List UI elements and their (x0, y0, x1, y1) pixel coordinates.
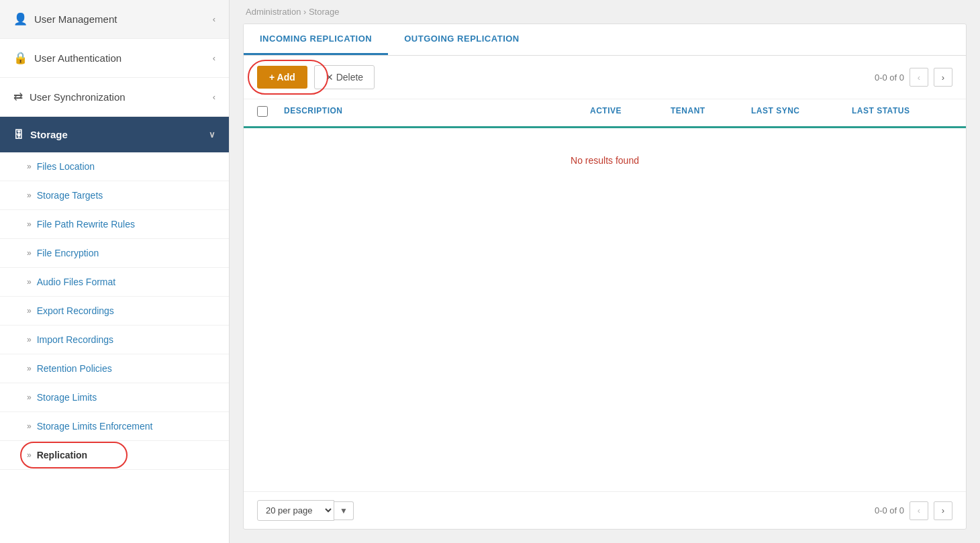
storage-icon: 🗄 (13, 129, 23, 140)
sidebar-item-user-authentication-label: User Authentication (34, 52, 121, 64)
arrow-icon: » (27, 248, 32, 258)
toolbar-pagination-info: 0-0 of 0 (875, 72, 904, 83)
user-authentication-chevron: ‹ (213, 53, 215, 63)
sidebar-sub-item-file-encryption-label: File Encryption (37, 248, 99, 258)
sidebar-sub-item-export-recordings[interactable]: » Export Recordings (0, 297, 229, 326)
next-page-button[interactable]: › (934, 68, 952, 87)
storage-chevron: ∨ (209, 130, 215, 140)
header-description: DESCRIPTION (284, 106, 590, 119)
sidebar-sub-item-retention-policies[interactable]: » Retention Policies (0, 354, 229, 383)
footer-prev-page-button[interactable]: ‹ (910, 501, 928, 520)
sidebar-sub-item-file-path-rewrite-rules[interactable]: » File Path Rewrite Rules (0, 210, 229, 239)
breadcrumb: Administration › Storage (230, 0, 980, 23)
sidebar-sub-item-replication[interactable]: » Replication (0, 441, 229, 470)
footer-right: 0-0 of 0 ‹ › (875, 501, 952, 520)
arrow-icon: » (27, 277, 32, 287)
delete-button-label: ✕ Delete (326, 72, 363, 83)
sidebar-sub-item-storage-limits-label: Storage Limits (37, 392, 97, 403)
no-results-colored-text: No results (571, 155, 613, 166)
header-tenant: TENANT (671, 106, 751, 119)
tabs-container: INCOMING REPLICATION OUTGOING REPLICATIO… (244, 24, 966, 56)
sidebar-sub-item-file-path-rewrite-rules-label: File Path Rewrite Rules (37, 219, 135, 230)
sidebar-sub-item-storage-targets[interactable]: » Storage Targets (0, 181, 229, 210)
table-area: DESCRIPTION ACTIVE TENANT LAST SYNC LAST… (244, 99, 966, 491)
sidebar-sub-item-audio-files-format-label: Audio Files Format (37, 277, 115, 287)
user-synchronization-icon: ⇄ (13, 90, 23, 104)
sidebar-sub-item-storage-limits[interactable]: » Storage Limits (0, 383, 229, 412)
toolbar: + Add ✕ Delete 0-0 of 0 ‹ › (244, 56, 966, 99)
sidebar-item-storage-label: Storage (30, 129, 68, 140)
sidebar-item-user-synchronization-label: User Synchronization (30, 91, 126, 103)
sidebar-sub-item-replication-label: Replication (37, 450, 87, 460)
sidebar-sub-item-files-location-label: Files Location (37, 161, 95, 172)
arrow-icon: » (27, 306, 32, 315)
sidebar-sub-item-export-recordings-label: Export Recordings (37, 305, 114, 316)
sidebar-item-storage[interactable]: 🗄 Storage ∨ (0, 117, 229, 152)
breadcrumb-parent: Administration (246, 7, 301, 17)
arrow-icon: » (27, 393, 32, 402)
per-page-dropdown-arrow[interactable]: ▼ (334, 501, 354, 520)
delete-button[interactable]: ✕ Delete (314, 65, 375, 89)
arrow-icon: » (27, 422, 32, 431)
sidebar-sub-item-files-location[interactable]: » Files Location (0, 152, 229, 181)
sidebar-item-user-authentication[interactable]: 🔒 User Authentication ‹ (0, 39, 229, 78)
sidebar-sub-item-audio-files-format[interactable]: » Audio Files Format (0, 268, 229, 297)
content-card: INCOMING REPLICATION OUTGOING REPLICATIO… (243, 23, 967, 530)
arrow-icon: » (27, 219, 32, 229)
main-content: Administration › Storage INCOMING REPLIC… (230, 0, 980, 543)
header-active: ACTIVE (590, 106, 671, 119)
footer-pagination-info: 0-0 of 0 (875, 505, 904, 515)
arrow-icon: » (27, 450, 32, 460)
breadcrumb-current: Storage (309, 7, 340, 17)
toolbar-left: + Add ✕ Delete (257, 65, 375, 89)
tab-incoming-replication[interactable]: INCOMING REPLICATION (244, 24, 388, 55)
sidebar-sub-item-storage-targets-label: Storage Targets (37, 190, 103, 201)
sidebar-sub-item-file-encryption[interactable]: » File Encryption (0, 239, 229, 268)
sidebar-item-user-management-label: User Management (34, 13, 117, 25)
no-results-text: found (616, 155, 639, 166)
header-last-status: LAST STATUS (852, 106, 952, 119)
arrow-icon: » (27, 364, 32, 373)
toolbar-right: 0-0 of 0 ‹ › (875, 68, 952, 87)
arrow-icon: » (27, 162, 32, 171)
sidebar-sub-item-retention-policies-label: Retention Policies (37, 363, 112, 374)
no-results-message: No results found (244, 128, 966, 193)
sidebar-sub-item-storage-limits-enforcement[interactable]: » Storage Limits Enforcement (0, 412, 229, 441)
sidebar: 👤 User Management ‹ 🔒 User Authenticatio… (0, 0, 230, 543)
arrow-icon: » (27, 335, 32, 344)
per-page-select[interactable]: 20 per page 50 per page 100 per page ▼ (257, 500, 354, 521)
user-management-chevron: ‹ (213, 14, 215, 24)
arrow-icon: » (27, 191, 32, 200)
sidebar-sub-item-import-recordings[interactable]: » Import Recordings (0, 326, 229, 354)
select-all-checkbox[interactable] (257, 106, 268, 117)
prev-page-button[interactable]: ‹ (910, 68, 928, 87)
footer-next-page-button[interactable]: › (934, 501, 952, 520)
sidebar-item-user-management[interactable]: 👤 User Management ‹ (0, 0, 229, 39)
breadcrumb-separator: › (303, 7, 309, 17)
user-management-icon: 👤 (13, 12, 28, 26)
add-button-label: + Add (269, 72, 295, 83)
table-footer: 20 per page 50 per page 100 per page ▼ 0… (244, 491, 966, 529)
sidebar-sub-item-storage-limits-enforcement-label: Storage Limits Enforcement (37, 421, 153, 432)
sidebar-item-user-synchronization[interactable]: ⇄ User Synchronization ‹ (0, 78, 229, 117)
table-header: DESCRIPTION ACTIVE TENANT LAST SYNC LAST… (244, 99, 966, 128)
header-last-sync: LAST SYNC (751, 106, 852, 119)
header-checkbox-cell[interactable] (257, 106, 284, 119)
add-button[interactable]: + Add (257, 66, 307, 89)
user-synchronization-chevron: ‹ (213, 92, 215, 102)
per-page-dropdown[interactable]: 20 per page 50 per page 100 per page (257, 500, 334, 521)
tab-outgoing-replication[interactable]: OUTGOING REPLICATION (388, 24, 536, 55)
user-authentication-icon: 🔒 (13, 51, 28, 65)
sidebar-sub-item-import-recordings-label: Import Recordings (37, 334, 113, 345)
